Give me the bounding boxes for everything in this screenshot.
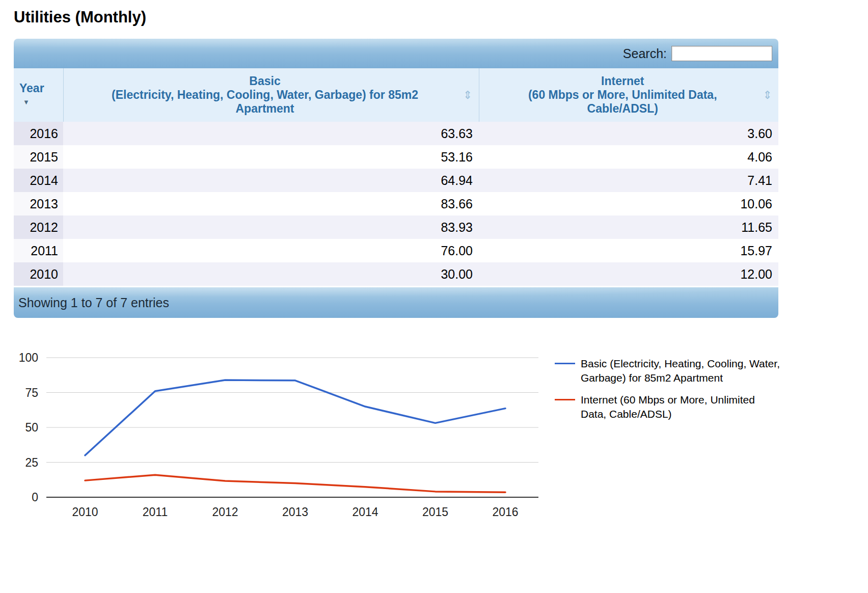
- column-title: Basic: [74, 74, 456, 88]
- cell-year: 2010: [14, 262, 63, 286]
- table-info-text: Showing 1 to 7 of 7 entries: [18, 295, 169, 310]
- table-toolbar: Search:: [14, 39, 778, 68]
- sort-desc-icon: ▼: [23, 98, 30, 106]
- cell-year: 2012: [14, 215, 63, 239]
- chart-section: 02550751002010201120122013201420152016 B…: [14, 348, 778, 530]
- cell-internet: 7.41: [479, 169, 778, 192]
- chart-legend: Basic (Electricity, Heating, Cooling, Wa…: [555, 348, 782, 429]
- column-subtitle: (60 Mbps or More, Unlimited Data, Cable/…: [513, 88, 732, 116]
- cell-internet: 15.97: [479, 239, 778, 262]
- cell-internet: 3.60: [479, 122, 778, 145]
- svg-text:0: 0: [32, 491, 38, 504]
- column-title: Year: [19, 82, 59, 95]
- svg-text:25: 25: [25, 456, 38, 469]
- data-table: Year▼ Basic (Electricity, Heating, Cooli…: [14, 68, 778, 286]
- svg-text:50: 50: [25, 421, 38, 434]
- cell-year: 2013: [14, 192, 63, 215]
- table-row: 201553.164.06: [14, 145, 778, 169]
- table-row: 201283.9311.65: [14, 215, 778, 239]
- svg-text:2014: 2014: [352, 505, 378, 519]
- svg-text:75: 75: [25, 386, 38, 399]
- legend-label: Basic (Electricity, Heating, Cooling, Wa…: [581, 357, 782, 385]
- cell-year: 2011: [14, 239, 63, 262]
- cell-basic: 53.16: [63, 145, 479, 169]
- table-row: 201383.6610.06: [14, 192, 778, 215]
- cell-basic: 83.66: [63, 192, 479, 215]
- search-input[interactable]: [671, 46, 772, 61]
- column-title: Internet: [490, 74, 756, 88]
- svg-text:100: 100: [19, 351, 38, 364]
- sort-both-icon: ⇕: [763, 89, 772, 102]
- column-header-internet[interactable]: Internet (60 Mbps or More, Unlimited Dat…: [479, 68, 778, 122]
- legend-label: Internet (60 Mbps or More, Unlimited Dat…: [581, 393, 782, 421]
- table-row: 201030.0012.00: [14, 262, 778, 286]
- legend-entry: Basic (Electricity, Heating, Cooling, Wa…: [555, 357, 782, 385]
- cell-internet: 11.65: [479, 215, 778, 239]
- page-title: Utilities (Monthly): [14, 8, 778, 26]
- svg-text:2013: 2013: [282, 505, 308, 519]
- page-container: Utilities (Monthly) Search: Year▼ Basic …: [14, 8, 778, 530]
- cell-year: 2016: [14, 122, 63, 145]
- svg-text:2015: 2015: [422, 505, 448, 519]
- cell-internet: 4.06: [479, 145, 778, 169]
- table-body: 201663.633.60201553.164.06201464.947.412…: [14, 122, 778, 286]
- search-label: Search:: [623, 46, 667, 61]
- utilities-chart: 02550751002010201120122013201420152016: [14, 348, 551, 530]
- table-header-row: Year▼ Basic (Electricity, Heating, Cooli…: [14, 68, 778, 122]
- cell-basic: 30.00: [63, 262, 479, 286]
- svg-text:2010: 2010: [72, 505, 98, 519]
- cell-year: 2014: [14, 169, 63, 192]
- legend-swatch: [555, 363, 575, 364]
- cell-basic: 83.93: [63, 215, 479, 239]
- svg-text:2012: 2012: [212, 505, 238, 519]
- svg-text:2016: 2016: [492, 505, 518, 519]
- column-header-basic[interactable]: Basic (Electricity, Heating, Cooling, Wa…: [63, 68, 479, 122]
- table-row: 201663.633.60: [14, 122, 778, 145]
- table-footer: Showing 1 to 7 of 7 entries: [14, 287, 778, 318]
- svg-text:2011: 2011: [143, 505, 168, 519]
- cell-basic: 63.63: [63, 122, 479, 145]
- table-row: 201176.0015.97: [14, 239, 778, 262]
- utilities-table: Search: Year▼ Basic (Electricity, Heatin…: [14, 39, 778, 318]
- table-row: 201464.947.41: [14, 169, 778, 192]
- cell-year: 2015: [14, 145, 63, 169]
- column-subtitle: (Electricity, Heating, Cooling, Water, G…: [87, 88, 443, 116]
- cell-internet: 12.00: [479, 262, 778, 286]
- legend-swatch: [555, 399, 575, 400]
- legend-entry: Internet (60 Mbps or More, Unlimited Dat…: [555, 393, 782, 421]
- cell-basic: 76.00: [63, 239, 479, 262]
- column-header-year[interactable]: Year▼: [14, 68, 63, 122]
- cell-internet: 10.06: [479, 192, 778, 215]
- cell-basic: 64.94: [63, 169, 479, 192]
- chart-svg: 02550751002010201120122013201420152016: [14, 348, 551, 528]
- sort-both-icon: ⇕: [463, 89, 472, 102]
